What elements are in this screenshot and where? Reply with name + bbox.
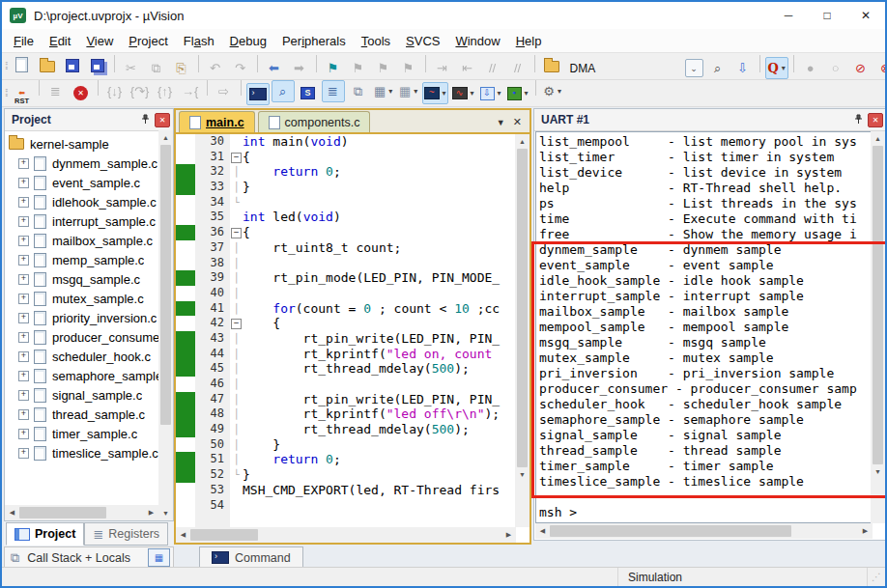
disable-breakpoint-button[interactable]: ○: [824, 57, 847, 79]
code-line[interactable]: 37│ rt_uint8_t count;: [176, 240, 514, 256]
navigate-forward-button[interactable]: ➡: [288, 57, 311, 79]
callstack-bar[interactable]: ⧉ Call Stack + Locals ▦: [4, 546, 174, 569]
tree-item-root[interactable]: kernel-sample: [5, 134, 158, 154]
serial-window-button[interactable]: ~▾: [422, 82, 448, 104]
uart-terminal[interactable]: list_mempool - list memory pool in sysli…: [535, 131, 871, 523]
menu-tools[interactable]: Tools: [354, 31, 398, 51]
toolbox-button[interactable]: ▪▾: [505, 82, 530, 104]
prev-bookmark-button[interactable]: ⚑: [372, 57, 395, 79]
pin-icon[interactable]: [138, 111, 152, 128]
scroll-left-icon[interactable]: ◀: [535, 523, 550, 539]
redo-button[interactable]: ↷: [229, 57, 252, 79]
uncomment-button[interactable]: //: [506, 57, 529, 79]
code-line[interactable]: 47│ rt_pin_write(LED_PIN, PIN_: [176, 392, 514, 407]
expand-icon[interactable]: +: [18, 178, 29, 188]
step-over-button[interactable]: {↷}: [129, 80, 152, 102]
comment-button[interactable]: //: [481, 57, 504, 79]
tree-item[interactable]: +timeslice_sample.c: [5, 443, 158, 462]
paste-button[interactable]: ⎘: [170, 57, 193, 79]
expand-icon[interactable]: +: [18, 429, 29, 439]
next-bookmark-button[interactable]: ⚑: [347, 57, 370, 79]
tab-components-c[interactable]: components.c: [258, 111, 371, 132]
tab-command[interactable]: ›Command: [199, 546, 303, 569]
pin-icon[interactable]: [851, 111, 865, 128]
code-line[interactable]: 34└: [176, 195, 514, 210]
expand-icon[interactable]: +: [18, 313, 29, 323]
uart-horizontal-scrollbar[interactable]: ◀ ▶: [535, 523, 873, 539]
code-line[interactable]: 40│: [176, 286, 514, 301]
dropdown-arrow-icon[interactable]: ▾: [498, 89, 501, 98]
expand-icon[interactable]: +: [18, 274, 29, 285]
code-line[interactable]: 43│ rt_pin_write(LED_PIN, PIN_: [176, 331, 514, 347]
close-button[interactable]: ✕: [846, 4, 885, 27]
dropdown-arrow-icon[interactable]: ▾: [388, 87, 392, 96]
tree-item[interactable]: +timer_sample.c: [5, 424, 158, 443]
dropdown-arrow-icon[interactable]: ▾: [558, 87, 561, 96]
incremental-find-button[interactable]: ⇩: [731, 57, 755, 79]
menu-debug[interactable]: Debug: [222, 31, 274, 51]
kill-all-breakpoints-button[interactable]: ⊗: [874, 57, 885, 79]
new-file-button[interactable]: [11, 53, 34, 75]
code-line[interactable]: 45│ rt_thread_mdelay(500);: [176, 361, 514, 377]
menu-svcs[interactable]: SVCS: [398, 31, 447, 51]
tree-item[interactable]: +mutex_sample.c: [5, 289, 158, 308]
code-line[interactable]: 46│: [176, 377, 514, 392]
chevron-down-icon[interactable]: ⌄: [685, 59, 703, 77]
tree-item[interactable]: +thread_sample.c: [5, 405, 158, 424]
code-line[interactable]: 31−{: [176, 150, 514, 165]
tree-item[interactable]: +event_sample.c: [5, 173, 158, 192]
copy-button[interactable]: ⧉: [145, 57, 168, 79]
dropdown-arrow-icon[interactable]: ▾: [471, 89, 474, 98]
close-icon[interactable]: ✕: [868, 113, 883, 127]
code-line[interactable]: 44│ rt_kprintf("led on, count: [176, 347, 514, 362]
code-line[interactable]: 35int led(void): [176, 210, 514, 225]
code-line[interactable]: 41│ for(count = 0 ; count < 10 ;cc: [176, 301, 514, 317]
code-line[interactable]: 51│ return 0;: [176, 452, 514, 467]
tab-main-c[interactable]: main.c: [179, 111, 255, 132]
stop-debug-button[interactable]: ✕: [70, 82, 93, 104]
minimize-button[interactable]: ─: [769, 4, 808, 27]
tree-item[interactable]: +signal_sample.c: [5, 385, 158, 405]
tree-item[interactable]: +msgq_sample.c: [5, 269, 158, 289]
code-line[interactable]: 30int main(void): [176, 134, 514, 150]
dropdown-arrow-icon[interactable]: ▾: [414, 87, 417, 96]
tree-item[interactable]: +memp_sample.c: [5, 250, 158, 269]
expand-icon[interactable]: +: [18, 332, 29, 343]
fold-toggle[interactable]: −: [231, 153, 242, 163]
code-line[interactable]: 50│ }: [176, 437, 514, 453]
flash-download-button[interactable]: ≣: [44, 80, 68, 102]
scroll-thumb[interactable]: [873, 146, 883, 464]
tab-list-icon[interactable]: ▼: [497, 118, 505, 127]
maximize-button[interactable]: □: [808, 4, 846, 27]
uart-vertical-scrollbar[interactable]: ▲ ▼: [871, 131, 885, 523]
scroll-left-icon[interactable]: ◀: [176, 527, 190, 543]
scroll-down-icon[interactable]: ▼: [871, 464, 885, 479]
find-in-files-button[interactable]: ⌕: [706, 57, 730, 79]
undo-button[interactable]: ↶: [204, 57, 227, 79]
menu-help[interactable]: Help: [508, 31, 550, 51]
editor-horizontal-scrollbar[interactable]: ◀ ▶: [176, 527, 516, 543]
cut-button[interactable]: ✂: [120, 57, 143, 79]
fold-toggle[interactable]: −: [231, 228, 242, 238]
menu-edit[interactable]: Edit: [42, 31, 78, 51]
editor-close-icon[interactable]: ✕: [513, 116, 522, 128]
step-out-button[interactable]: {↑}: [154, 80, 177, 102]
scroll-right-icon[interactable]: ▶: [858, 523, 873, 539]
scroll-right-icon[interactable]: ▶: [144, 505, 158, 520]
fold-toggle[interactable]: −: [231, 319, 242, 329]
insert-breakpoint-button[interactable]: ●: [799, 57, 822, 79]
tree-item[interactable]: +priority_inversion.c: [5, 308, 158, 327]
tree-item[interactable]: +dynmem_sample.c: [5, 154, 158, 173]
expand-icon[interactable]: +: [18, 294, 29, 304]
step-into-button[interactable]: {↓}: [103, 80, 127, 102]
tree-item[interactable]: +scheduler_hook.c: [5, 347, 158, 366]
project-horizontal-scrollbar[interactable]: ◀ ▶ ▼: [5, 505, 173, 520]
dropdown-arrow-icon[interactable]: ▾: [782, 64, 786, 72]
menu-flash[interactable]: Flash: [176, 31, 222, 51]
scroll-thumb[interactable]: [517, 149, 528, 467]
editor-vertical-scrollbar[interactable]: ▲ ▼: [515, 134, 529, 527]
disable-all-breakpoints-button[interactable]: ⊘: [849, 57, 873, 79]
code-line[interactable]: 48│ rt_kprintf("led off\r\n");: [176, 406, 514, 422]
menu-file[interactable]: File: [6, 31, 42, 51]
disassembly-window-button[interactable]: ⌕: [272, 80, 295, 102]
